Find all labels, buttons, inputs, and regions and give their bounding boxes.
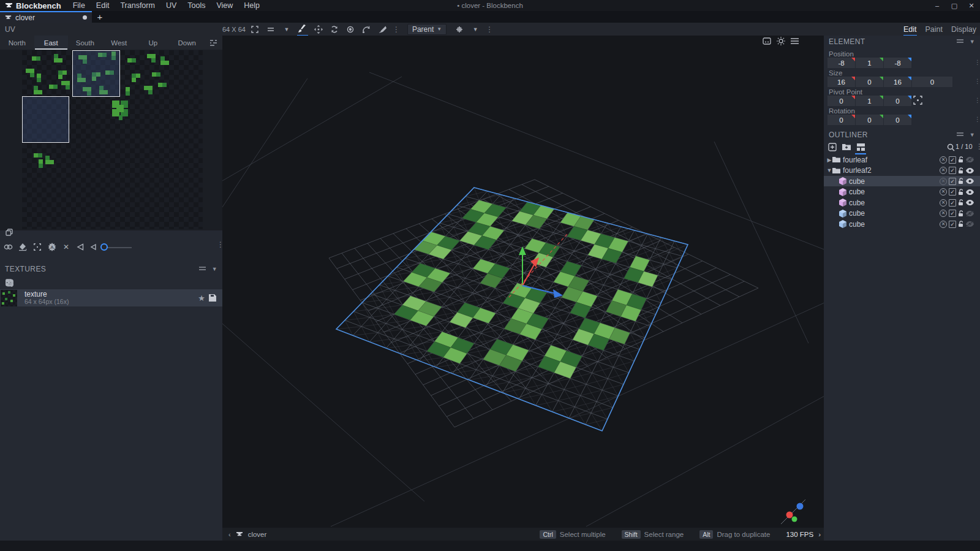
row-overflow-icon[interactable]: ⋮ [974, 59, 980, 66]
menu-help[interactable]: Help [238, 1, 265, 10]
menu-view[interactable]: View [211, 1, 238, 10]
cube-icon[interactable] [839, 177, 846, 185]
outliner-cube-row[interactable]: cube ✕ ✓ [824, 197, 980, 208]
pivot-z-input[interactable]: 0 [884, 96, 911, 106]
3d-viewport[interactable] [222, 36, 826, 528]
search-icon[interactable] [945, 142, 956, 153]
checkbox-icon[interactable]: ✓ [949, 221, 956, 228]
link-uv-icon[interactable] [2, 241, 13, 253]
center-pivot-icon[interactable] [913, 96, 922, 105]
size-x-input[interactable]: 16 [827, 77, 855, 87]
outliner-item-name[interactable]: fourleaf2 [843, 166, 872, 175]
dropdown-chevron-icon[interactable]: ▼ [280, 23, 293, 36]
menu-uv[interactable]: UV [160, 1, 182, 10]
checkbox-icon[interactable]: ✓ [949, 199, 956, 207]
outliner-cube-row[interactable]: cube ✕ ✓ [824, 208, 980, 219]
pivot-y-input[interactable]: 1 [856, 96, 883, 106]
cube-icon[interactable] [839, 220, 846, 228]
export-toggle-icon[interactable]: ✕ [940, 188, 947, 196]
paint-bucket-icon[interactable] [17, 241, 28, 253]
mirror-uv-icon[interactable] [74, 241, 85, 253]
auto-uv-icon[interactable]: A [47, 241, 58, 253]
viewport-menu-icon[interactable] [791, 38, 799, 44]
tab-display-mode[interactable]: Display [951, 25, 976, 34]
tab-paint-mode[interactable]: Paint [925, 25, 943, 34]
face-tab-south[interactable]: South [68, 36, 102, 50]
lock-open-icon[interactable] [958, 178, 964, 184]
position-z-input[interactable]: -8 [884, 58, 911, 68]
pivot-x-input[interactable]: 0 [827, 96, 855, 106]
close-button[interactable]: ✕ [963, 0, 980, 11]
brush-tool[interactable] [296, 23, 309, 36]
export-toggle-icon[interactable]: ✕ [940, 156, 947, 164]
expand-chevron-icon[interactable]: ▶ [826, 157, 832, 163]
eye-icon[interactable] [966, 168, 974, 173]
size-z-input[interactable]: 16 [884, 77, 911, 87]
outliner-item-name[interactable]: cube [849, 188, 865, 196]
rotation-y-input[interactable]: 0 [856, 115, 883, 125]
textures-panel-header[interactable]: TEXTURES ▼ [0, 263, 222, 275]
clear-uv-icon[interactable]: ✕ [61, 241, 72, 253]
add-cube-icon[interactable] [827, 142, 838, 153]
size-y-input[interactable]: 0 [856, 77, 883, 87]
eye-off-icon[interactable] [966, 157, 974, 162]
face-tab-east[interactable]: East [34, 36, 69, 50]
outliner-group-row[interactable]: ▶fourleaf ✕ ✓ [824, 154, 980, 165]
uv-grid-options-icon[interactable] [264, 23, 277, 36]
append-template-icon[interactable] [4, 277, 15, 288]
collapse-chevron-icon[interactable]: ▼ [212, 266, 217, 272]
menu-edit[interactable]: Edit [91, 1, 115, 10]
new-tab-button[interactable]: + [92, 11, 108, 23]
cube-icon[interactable] [839, 210, 846, 218]
export-toggle-icon[interactable]: ✕ [940, 221, 947, 228]
lock-open-icon[interactable] [958, 210, 964, 217]
export-toggle-icon[interactable]: ✕ [940, 199, 947, 207]
menu-transform[interactable]: Transform [115, 1, 160, 10]
row-overflow-icon[interactable]: ⋮ [974, 97, 980, 104]
face-tab-north[interactable]: North [0, 36, 34, 50]
menu-tools[interactable]: Tools [182, 1, 211, 10]
outliner-panel-header[interactable]: OUTLINER ▼ [824, 129, 980, 141]
position-y-input[interactable]: 1 [856, 58, 883, 68]
outliner-cube-row[interactable]: cube ✕ ✓ [824, 187, 980, 197]
eye-icon[interactable] [966, 178, 974, 184]
collapse-chevron-icon[interactable]: ▼ [970, 39, 975, 45]
texture-save-icon[interactable] [209, 294, 216, 302]
slider-knob[interactable] [100, 243, 108, 251]
transform-space-icon[interactable] [453, 23, 466, 36]
cube-icon[interactable] [839, 188, 846, 196]
minimize-button[interactable]: – [929, 0, 946, 11]
lock-open-icon[interactable] [958, 189, 964, 196]
element-panel-header[interactable]: ELEMENT ▼ [824, 36, 980, 48]
checkbox-icon[interactable]: ✓ [949, 188, 956, 196]
outliner-cube-row[interactable]: cube ✕ ✓ [824, 219, 980, 229]
add-group-icon[interactable] [841, 142, 852, 153]
checkbox-icon[interactable]: ✓ [949, 167, 956, 174]
uv-selected-face-down[interactable] [22, 96, 69, 143]
uv-selected-face-east[interactable] [72, 50, 120, 97]
eye-off-icon[interactable] [966, 211, 974, 216]
texture-favorite-star-icon[interactable]: ★ [198, 294, 205, 303]
outliner-item-name[interactable]: cube [849, 220, 865, 229]
eye-icon[interactable] [966, 200, 974, 205]
row-overflow-icon[interactable]: ⋮ [974, 78, 980, 85]
face-properties-icon[interactable] [204, 36, 222, 50]
outliner-group-row[interactable]: ▼fourleaf2 ✕ ✓ [824, 165, 980, 176]
eye-icon[interactable] [966, 189, 974, 195]
rotation-x-input[interactable]: 0 [827, 115, 855, 125]
chevron-down-icon[interactable]: ▼ [469, 23, 482, 36]
outliner-item-name[interactable]: cube [849, 199, 865, 207]
lock-open-icon[interactable] [958, 156, 964, 163]
outliner-item-name[interactable]: cube [849, 209, 865, 218]
folder-icon[interactable] [832, 156, 840, 163]
export-toggle-icon[interactable]: ✕ [940, 178, 947, 185]
uv-editor-canvas[interactable] [0, 50, 222, 230]
export-toggle-icon[interactable]: ✕ [940, 210, 947, 217]
uv-opacity-slider[interactable] [101, 247, 132, 248]
panel-menu-icon[interactable] [957, 132, 963, 137]
face-tab-west[interactable]: West [102, 36, 137, 50]
face-tab-down[interactable]: Down [170, 36, 205, 50]
lock-open-icon[interactable] [958, 167, 964, 174]
menu-file[interactable]: File [67, 1, 91, 10]
checkbox-icon[interactable]: ✓ [949, 210, 956, 217]
